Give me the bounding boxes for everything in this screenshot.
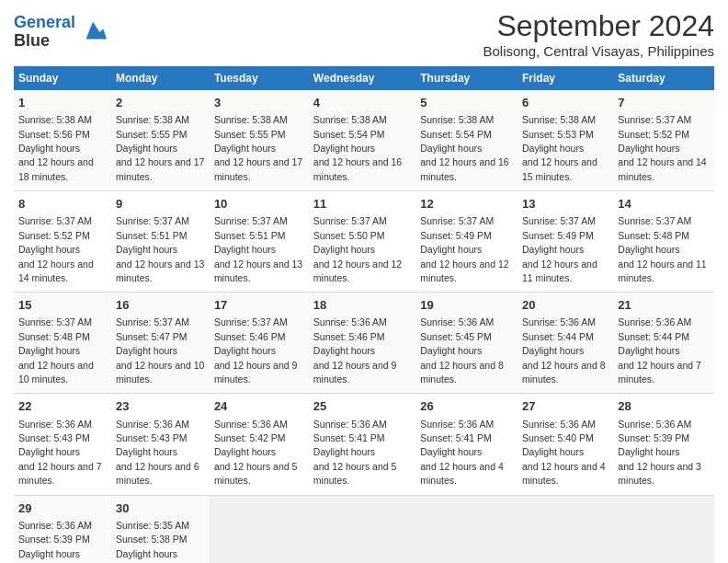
cell-sunrise: Sunrise: 5:35 AMSunset: 5:38 PMDaylight … [116, 520, 199, 563]
cell-sunrise: Sunrise: 5:36 AMSunset: 5:46 PMDaylight … [313, 316, 397, 385]
cell-sunrise: Sunrise: 5:37 AMSunset: 5:51 PMDaylight … [116, 215, 204, 283]
day-number: 5 [420, 95, 513, 111]
cell-sunrise: Sunrise: 5:38 AMSunset: 5:54 PMDaylight … [313, 114, 402, 182]
table-row: 6 Sunrise: 5:38 AMSunset: 5:53 PMDayligh… [518, 90, 613, 191]
cell-sunrise: Sunrise: 5:36 AMSunset: 5:44 PMDaylight … [618, 316, 701, 385]
day-number: 4 [313, 95, 411, 111]
col-monday: Monday [111, 66, 210, 90]
day-number: 13 [522, 196, 609, 213]
calendar-week-1: 1 Sunrise: 5:38 AMSunset: 5:56 PMDayligh… [14, 90, 714, 191]
cell-sunrise: Sunrise: 5:36 AMSunset: 5:39 PMDaylight … [618, 419, 701, 487]
title-area: September 2024 Bolisong, Central Visayas… [483, 9, 714, 59]
table-row: 22 Sunrise: 5:36 AMSunset: 5:43 PMDaylig… [14, 394, 111, 495]
col-thursday: Thursday [415, 66, 518, 90]
calendar-week-5: 29 Sunrise: 5:36 AMSunset: 5:39 PMDaylig… [14, 495, 714, 563]
table-row: 1 Sunrise: 5:38 AMSunset: 5:56 PMDayligh… [14, 90, 111, 191]
cell-sunrise: Sunrise: 5:37 AMSunset: 5:52 PMDaylight … [618, 114, 706, 182]
day-number: 17 [214, 297, 304, 314]
day-number: 28 [618, 398, 710, 415]
cell-sunrise: Sunrise: 5:37 AMSunset: 5:52 PMDaylight … [18, 215, 94, 283]
table-row: 18 Sunrise: 5:36 AMSunset: 5:46 PMDaylig… [309, 293, 415, 394]
cell-sunrise: Sunrise: 5:36 AMSunset: 5:41 PMDaylight … [420, 419, 504, 487]
table-row: 11 Sunrise: 5:37 AMSunset: 5:50 PMDaylig… [309, 191, 415, 293]
cell-sunrise: Sunrise: 5:37 AMSunset: 5:51 PMDaylight … [214, 215, 302, 283]
day-number: 14 [618, 196, 710, 213]
col-friday: Friday [518, 66, 613, 90]
calendar-table: Sunday Monday Tuesday Wednesday Thursday… [14, 66, 714, 563]
page-header: General Blue September 2024 Bolisong, Ce… [14, 9, 714, 59]
table-row: 13 Sunrise: 5:37 AMSunset: 5:49 PMDaylig… [518, 191, 613, 293]
table-row: 16 Sunrise: 5:37 AMSunset: 5:47 PMDaylig… [111, 293, 210, 394]
calendar-header-row: Sunday Monday Tuesday Wednesday Thursday… [14, 66, 714, 90]
table-row: 23 Sunrise: 5:36 AMSunset: 5:43 PMDaylig… [111, 394, 210, 495]
day-number: 21 [618, 297, 710, 314]
month-title: September 2024 [483, 9, 714, 43]
day-number: 18 [313, 297, 411, 314]
table-row: 29 Sunrise: 5:36 AMSunset: 5:39 PMDaylig… [14, 495, 111, 563]
location-title: Bolisong, Central Visayas, Philippines [483, 43, 714, 59]
table-row: 21 Sunrise: 5:36 AMSunset: 5:44 PMDaylig… [613, 293, 714, 394]
table-row: 26 Sunrise: 5:36 AMSunset: 5:41 PMDaylig… [415, 394, 518, 495]
day-number: 16 [116, 297, 205, 314]
col-sunday: Sunday [14, 66, 111, 90]
table-row: 15 Sunrise: 5:37 AMSunset: 5:48 PMDaylig… [14, 293, 111, 394]
table-row: 20 Sunrise: 5:36 AMSunset: 5:44 PMDaylig… [518, 293, 613, 394]
table-row: 25 Sunrise: 5:36 AMSunset: 5:41 PMDaylig… [309, 394, 415, 495]
table-row: 14 Sunrise: 5:37 AMSunset: 5:48 PMDaylig… [613, 191, 714, 293]
cell-sunrise: Sunrise: 5:36 AMSunset: 5:42 PMDaylight … [214, 419, 298, 487]
cell-sunrise: Sunrise: 5:38 AMSunset: 5:56 PMDaylight … [18, 114, 94, 182]
table-row [415, 495, 518, 563]
day-number: 9 [116, 196, 205, 213]
calendar-week-2: 8 Sunrise: 5:37 AMSunset: 5:52 PMDayligh… [14, 191, 714, 293]
day-number: 25 [313, 398, 411, 415]
cell-sunrise: Sunrise: 5:38 AMSunset: 5:55 PMDaylight … [116, 114, 204, 182]
cell-sunrise: Sunrise: 5:38 AMSunset: 5:54 PMDaylight … [420, 114, 508, 182]
table-row: 9 Sunrise: 5:37 AMSunset: 5:51 PMDayligh… [111, 191, 210, 293]
day-number: 11 [313, 196, 411, 213]
table-row: 2 Sunrise: 5:38 AMSunset: 5:55 PMDayligh… [111, 90, 210, 191]
col-saturday: Saturday [613, 66, 714, 90]
table-row: 8 Sunrise: 5:37 AMSunset: 5:52 PMDayligh… [14, 191, 111, 293]
cell-sunrise: Sunrise: 5:36 AMSunset: 5:40 PMDaylight … [522, 419, 606, 487]
table-row [518, 495, 613, 563]
table-row: 12 Sunrise: 5:37 AMSunset: 5:49 PMDaylig… [415, 191, 518, 293]
day-number: 26 [420, 398, 513, 415]
col-tuesday: Tuesday [210, 66, 309, 90]
day-number: 23 [116, 398, 205, 415]
cell-sunrise: Sunrise: 5:36 AMSunset: 5:41 PMDaylight … [313, 419, 397, 487]
table-row: 3 Sunrise: 5:38 AMSunset: 5:55 PMDayligh… [210, 90, 309, 191]
day-number: 15 [18, 297, 107, 314]
cell-sunrise: Sunrise: 5:36 AMSunset: 5:44 PMDaylight … [522, 316, 606, 385]
table-row: 19 Sunrise: 5:36 AMSunset: 5:45 PMDaylig… [415, 293, 518, 394]
table-row: 17 Sunrise: 5:37 AMSunset: 5:46 PMDaylig… [210, 293, 309, 394]
cell-sunrise: Sunrise: 5:37 AMSunset: 5:48 PMDaylight … [18, 316, 94, 385]
table-row: 4 Sunrise: 5:38 AMSunset: 5:54 PMDayligh… [309, 90, 415, 191]
day-number: 22 [18, 398, 107, 415]
cell-sunrise: Sunrise: 5:38 AMSunset: 5:55 PMDaylight … [214, 114, 302, 182]
table-row [309, 495, 415, 563]
cell-sunrise: Sunrise: 5:37 AMSunset: 5:50 PMDaylight … [313, 215, 402, 283]
table-row [613, 495, 714, 563]
cell-sunrise: Sunrise: 5:36 AMSunset: 5:43 PMDaylight … [18, 419, 102, 487]
day-number: 19 [420, 297, 513, 314]
day-number: 7 [618, 95, 710, 111]
table-row: 24 Sunrise: 5:36 AMSunset: 5:42 PMDaylig… [210, 394, 309, 495]
calendar-week-3: 15 Sunrise: 5:37 AMSunset: 5:48 PMDaylig… [14, 293, 714, 394]
cell-sunrise: Sunrise: 5:38 AMSunset: 5:53 PMDaylight … [522, 114, 597, 182]
cell-sunrise: Sunrise: 5:36 AMSunset: 5:43 PMDaylight … [116, 419, 199, 487]
col-wednesday: Wednesday [309, 66, 415, 90]
day-number: 20 [522, 297, 609, 314]
table-row: 27 Sunrise: 5:36 AMSunset: 5:40 PMDaylig… [518, 394, 613, 495]
cell-sunrise: Sunrise: 5:36 AMSunset: 5:39 PMDaylight … [18, 520, 102, 563]
logo: General Blue [14, 14, 107, 51]
table-row: 10 Sunrise: 5:37 AMSunset: 5:51 PMDaylig… [210, 191, 309, 293]
cell-sunrise: Sunrise: 5:37 AMSunset: 5:49 PMDaylight … [522, 215, 597, 283]
table-row: 28 Sunrise: 5:36 AMSunset: 5:39 PMDaylig… [613, 394, 714, 495]
cell-sunrise: Sunrise: 5:37 AMSunset: 5:49 PMDaylight … [420, 215, 508, 283]
cell-sunrise: Sunrise: 5:37 AMSunset: 5:47 PMDaylight … [116, 316, 204, 385]
day-number: 6 [522, 95, 609, 111]
day-number: 29 [18, 500, 107, 517]
day-number: 24 [214, 398, 304, 415]
day-number: 2 [116, 95, 205, 111]
logo-icon [79, 18, 107, 46]
